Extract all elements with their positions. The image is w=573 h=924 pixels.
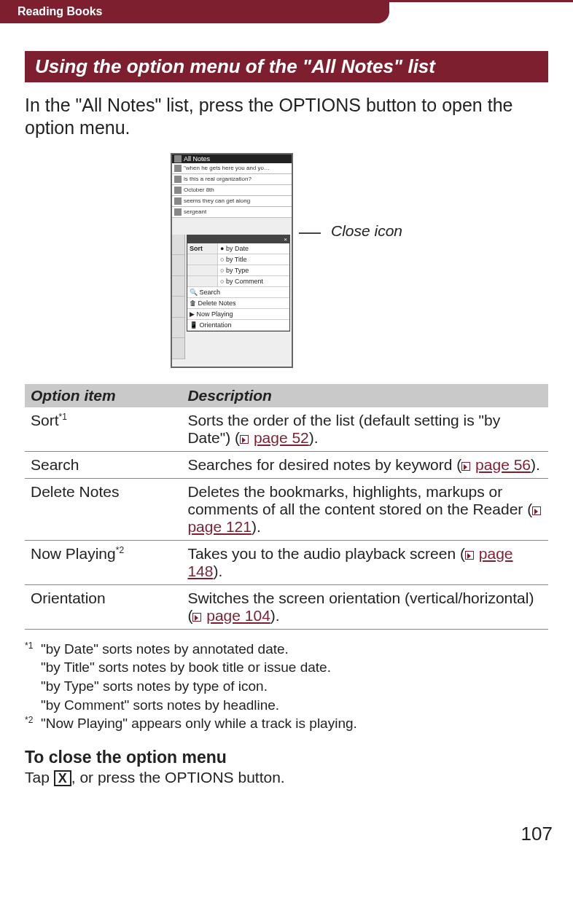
x-icon: X	[54, 770, 71, 786]
page-title: Using the option menu of the "All Notes"…	[25, 51, 548, 82]
header-wrap: Reading Books	[0, 0, 573, 23]
header-bar: Reading Books	[0, 0, 389, 23]
header-rule	[389, 0, 573, 2]
page-number: 107	[0, 823, 573, 857]
close-text: Tap X, or press the OPTIONS button.	[25, 769, 548, 786]
breadcrumb: Reading Books	[0, 5, 102, 18]
page-link[interactable]: page 52	[254, 429, 309, 446]
footnotes: *1"by Date" sorts notes by annotated dat…	[25, 640, 548, 734]
close-heading: To close the option menu	[25, 748, 548, 767]
screenshot-wrap: All Notes "when he gets here you and yo……	[25, 153, 548, 368]
intro-text: In the "All Notes" list, press the OPTIO…	[25, 94, 548, 140]
table-row: Now Playing*2 Takes you to the audio pla…	[25, 540, 548, 584]
table-row: Sort*1 Sorts the order of the list (defa…	[25, 407, 548, 452]
page-link[interactable]: page 104	[206, 607, 270, 624]
table-row: Orientation Switches the screen orientat…	[25, 584, 548, 629]
th-desc: Description	[182, 384, 548, 407]
link-icon	[461, 462, 470, 471]
device-screenshot: All Notes "when he gets here you and yo……	[171, 153, 293, 368]
page-link[interactable]: page 56	[475, 456, 531, 473]
callout-line	[299, 232, 321, 234]
table-row: Delete Notes Deletes the bookmarks, high…	[25, 478, 548, 540]
options-table: Option item Description Sort*1 Sorts the…	[25, 384, 548, 630]
page-content: Using the option menu of the "All Notes"…	[0, 23, 573, 794]
page-link[interactable]: page 121	[187, 518, 252, 535]
link-icon	[240, 435, 249, 444]
link-icon	[192, 613, 201, 622]
close-icon-label: Close icon	[331, 222, 402, 240]
link-icon	[465, 551, 474, 560]
table-row: Search Searches for desired notes by key…	[25, 451, 548, 478]
link-icon	[532, 506, 541, 515]
th-option: Option item	[25, 384, 182, 407]
